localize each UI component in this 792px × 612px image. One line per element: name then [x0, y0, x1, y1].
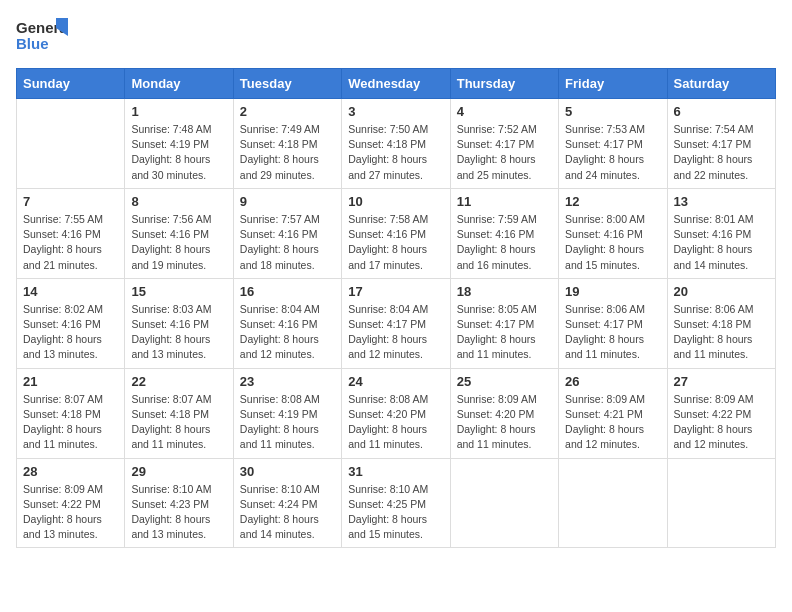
day-info: Sunrise: 7:53 AMSunset: 4:17 PMDaylight:… [565, 122, 660, 183]
calendar-cell: 11Sunrise: 7:59 AMSunset: 4:16 PMDayligh… [450, 188, 558, 278]
day-number: 16 [240, 284, 335, 299]
calendar-cell: 5Sunrise: 7:53 AMSunset: 4:17 PMDaylight… [559, 99, 667, 189]
day-number: 10 [348, 194, 443, 209]
calendar-cell: 4Sunrise: 7:52 AMSunset: 4:17 PMDaylight… [450, 99, 558, 189]
day-number: 1 [131, 104, 226, 119]
calendar-week-row: 21Sunrise: 8:07 AMSunset: 4:18 PMDayligh… [17, 368, 776, 458]
day-info: Sunrise: 8:10 AMSunset: 4:24 PMDaylight:… [240, 482, 335, 543]
calendar-cell: 15Sunrise: 8:03 AMSunset: 4:16 PMDayligh… [125, 278, 233, 368]
day-info: Sunrise: 7:59 AMSunset: 4:16 PMDaylight:… [457, 212, 552, 273]
day-info: Sunrise: 8:06 AMSunset: 4:17 PMDaylight:… [565, 302, 660, 363]
day-number: 19 [565, 284, 660, 299]
weekday-header: Monday [125, 69, 233, 99]
day-number: 22 [131, 374, 226, 389]
calendar-cell: 10Sunrise: 7:58 AMSunset: 4:16 PMDayligh… [342, 188, 450, 278]
day-info: Sunrise: 8:07 AMSunset: 4:18 PMDaylight:… [23, 392, 118, 453]
calendar-cell: 29Sunrise: 8:10 AMSunset: 4:23 PMDayligh… [125, 458, 233, 548]
day-info: Sunrise: 7:56 AMSunset: 4:16 PMDaylight:… [131, 212, 226, 273]
day-info: Sunrise: 8:07 AMSunset: 4:18 PMDaylight:… [131, 392, 226, 453]
calendar-cell: 6Sunrise: 7:54 AMSunset: 4:17 PMDaylight… [667, 99, 775, 189]
day-info: Sunrise: 8:09 AMSunset: 4:21 PMDaylight:… [565, 392, 660, 453]
svg-text:Blue: Blue [16, 35, 49, 52]
day-number: 11 [457, 194, 552, 209]
day-info: Sunrise: 7:54 AMSunset: 4:17 PMDaylight:… [674, 122, 769, 183]
day-info: Sunrise: 8:09 AMSunset: 4:22 PMDaylight:… [674, 392, 769, 453]
calendar-cell: 23Sunrise: 8:08 AMSunset: 4:19 PMDayligh… [233, 368, 341, 458]
calendar-cell: 30Sunrise: 8:10 AMSunset: 4:24 PMDayligh… [233, 458, 341, 548]
calendar-cell [559, 458, 667, 548]
day-number: 8 [131, 194, 226, 209]
day-info: Sunrise: 8:06 AMSunset: 4:18 PMDaylight:… [674, 302, 769, 363]
day-info: Sunrise: 7:58 AMSunset: 4:16 PMDaylight:… [348, 212, 443, 273]
day-number: 12 [565, 194, 660, 209]
day-number: 2 [240, 104, 335, 119]
calendar-cell: 17Sunrise: 8:04 AMSunset: 4:17 PMDayligh… [342, 278, 450, 368]
day-info: Sunrise: 7:52 AMSunset: 4:17 PMDaylight:… [457, 122, 552, 183]
weekday-header: Friday [559, 69, 667, 99]
calendar-week-row: 7Sunrise: 7:55 AMSunset: 4:16 PMDaylight… [17, 188, 776, 278]
day-info: Sunrise: 7:57 AMSunset: 4:16 PMDaylight:… [240, 212, 335, 273]
calendar-week-row: 1Sunrise: 7:48 AMSunset: 4:19 PMDaylight… [17, 99, 776, 189]
calendar-cell: 18Sunrise: 8:05 AMSunset: 4:17 PMDayligh… [450, 278, 558, 368]
day-info: Sunrise: 7:48 AMSunset: 4:19 PMDaylight:… [131, 122, 226, 183]
calendar-cell: 14Sunrise: 8:02 AMSunset: 4:16 PMDayligh… [17, 278, 125, 368]
day-number: 31 [348, 464, 443, 479]
day-info: Sunrise: 8:04 AMSunset: 4:16 PMDaylight:… [240, 302, 335, 363]
calendar-header-row: SundayMondayTuesdayWednesdayThursdayFrid… [17, 69, 776, 99]
calendar-week-row: 14Sunrise: 8:02 AMSunset: 4:16 PMDayligh… [17, 278, 776, 368]
day-number: 18 [457, 284, 552, 299]
calendar-cell: 21Sunrise: 8:07 AMSunset: 4:18 PMDayligh… [17, 368, 125, 458]
day-info: Sunrise: 8:10 AMSunset: 4:23 PMDaylight:… [131, 482, 226, 543]
day-number: 13 [674, 194, 769, 209]
day-number: 23 [240, 374, 335, 389]
weekday-header: Saturday [667, 69, 775, 99]
day-number: 21 [23, 374, 118, 389]
calendar-cell: 16Sunrise: 8:04 AMSunset: 4:16 PMDayligh… [233, 278, 341, 368]
day-number: 6 [674, 104, 769, 119]
day-info: Sunrise: 8:02 AMSunset: 4:16 PMDaylight:… [23, 302, 118, 363]
weekday-header: Sunday [17, 69, 125, 99]
day-number: 29 [131, 464, 226, 479]
weekday-header: Thursday [450, 69, 558, 99]
day-info: Sunrise: 8:05 AMSunset: 4:17 PMDaylight:… [457, 302, 552, 363]
calendar-cell [450, 458, 558, 548]
day-info: Sunrise: 8:01 AMSunset: 4:16 PMDaylight:… [674, 212, 769, 273]
calendar-table: SundayMondayTuesdayWednesdayThursdayFrid… [16, 68, 776, 548]
calendar-week-row: 28Sunrise: 8:09 AMSunset: 4:22 PMDayligh… [17, 458, 776, 548]
logo-svg: GeneralBlue [16, 16, 68, 56]
day-number: 24 [348, 374, 443, 389]
day-number: 4 [457, 104, 552, 119]
day-number: 5 [565, 104, 660, 119]
calendar-cell: 3Sunrise: 7:50 AMSunset: 4:18 PMDaylight… [342, 99, 450, 189]
calendar-cell: 13Sunrise: 8:01 AMSunset: 4:16 PMDayligh… [667, 188, 775, 278]
day-number: 26 [565, 374, 660, 389]
day-info: Sunrise: 8:09 AMSunset: 4:22 PMDaylight:… [23, 482, 118, 543]
calendar-cell: 31Sunrise: 8:10 AMSunset: 4:25 PMDayligh… [342, 458, 450, 548]
day-number: 28 [23, 464, 118, 479]
calendar-cell: 12Sunrise: 8:00 AMSunset: 4:16 PMDayligh… [559, 188, 667, 278]
calendar-cell: 7Sunrise: 7:55 AMSunset: 4:16 PMDaylight… [17, 188, 125, 278]
logo: GeneralBlue [16, 16, 68, 56]
calendar-cell: 1Sunrise: 7:48 AMSunset: 4:19 PMDaylight… [125, 99, 233, 189]
day-info: Sunrise: 7:49 AMSunset: 4:18 PMDaylight:… [240, 122, 335, 183]
weekday-header: Wednesday [342, 69, 450, 99]
day-info: Sunrise: 8:08 AMSunset: 4:20 PMDaylight:… [348, 392, 443, 453]
calendar-cell: 27Sunrise: 8:09 AMSunset: 4:22 PMDayligh… [667, 368, 775, 458]
day-number: 17 [348, 284, 443, 299]
calendar-cell: 26Sunrise: 8:09 AMSunset: 4:21 PMDayligh… [559, 368, 667, 458]
calendar-cell [17, 99, 125, 189]
day-info: Sunrise: 8:03 AMSunset: 4:16 PMDaylight:… [131, 302, 226, 363]
calendar-cell [667, 458, 775, 548]
day-info: Sunrise: 8:09 AMSunset: 4:20 PMDaylight:… [457, 392, 552, 453]
day-number: 14 [23, 284, 118, 299]
day-number: 9 [240, 194, 335, 209]
weekday-header: Tuesday [233, 69, 341, 99]
calendar-cell: 28Sunrise: 8:09 AMSunset: 4:22 PMDayligh… [17, 458, 125, 548]
calendar-cell: 25Sunrise: 8:09 AMSunset: 4:20 PMDayligh… [450, 368, 558, 458]
day-info: Sunrise: 8:00 AMSunset: 4:16 PMDaylight:… [565, 212, 660, 273]
day-info: Sunrise: 8:10 AMSunset: 4:25 PMDaylight:… [348, 482, 443, 543]
calendar-cell: 19Sunrise: 8:06 AMSunset: 4:17 PMDayligh… [559, 278, 667, 368]
calendar-cell: 2Sunrise: 7:49 AMSunset: 4:18 PMDaylight… [233, 99, 341, 189]
calendar-cell: 8Sunrise: 7:56 AMSunset: 4:16 PMDaylight… [125, 188, 233, 278]
day-number: 25 [457, 374, 552, 389]
